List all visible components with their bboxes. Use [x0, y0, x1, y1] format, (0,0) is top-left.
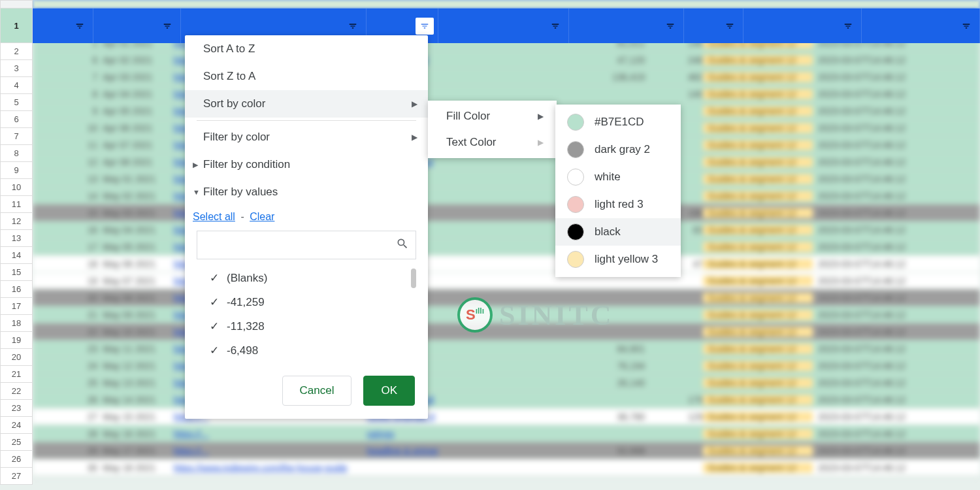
color-swatch-icon	[567, 196, 584, 213]
filter-icon[interactable]	[344, 18, 362, 35]
triangle-down-icon: ▼	[193, 188, 200, 196]
filter-by-values[interactable]: ▼ Filter by values	[185, 178, 428, 206]
filter-value-item[interactable]: ✓(Blanks)	[197, 266, 416, 290]
filter-icon[interactable]	[721, 18, 739, 35]
watermark: Sıllı SINITC	[457, 297, 614, 333]
fill-color-option[interactable]: #B7E1CD	[555, 108, 681, 136]
column-header-row	[33, 8, 980, 43]
row-number[interactable]: 22	[0, 383, 33, 400]
filter-value-item[interactable]: ✓-41,259	[197, 290, 416, 314]
fill-color-submenu: #B7E1CDdark gray 2whitelight red 3blackl…	[555, 105, 681, 277]
row-number[interactable]: 2	[0, 43, 33, 60]
scrollbar-thumb[interactable]	[411, 269, 416, 288]
row-number[interactable]: 24	[0, 417, 33, 434]
filter-value-item[interactable]: ✓-6,498	[197, 338, 416, 363]
row-number[interactable]: 7	[0, 128, 33, 145]
row-number[interactable]: 27	[0, 468, 33, 485]
filter-value-item[interactable]: ✓-11,328	[197, 314, 416, 338]
fill-color-item[interactable]: Fill Color ▶	[428, 103, 557, 129]
filter-search-box	[197, 231, 416, 259]
filter-icon[interactable]	[71, 18, 89, 35]
menu-divider	[197, 120, 416, 121]
cancel-button[interactable]: Cancel	[282, 376, 352, 406]
row-number[interactable]: 16	[0, 281, 33, 298]
check-icon: ✓	[210, 344, 227, 357]
row-number[interactable]: 18	[0, 315, 33, 332]
filter-by-condition[interactable]: ▶ Filter by condition	[185, 151, 428, 178]
row-number[interactable]: 3	[0, 60, 33, 77]
row-number[interactable]: 10	[0, 179, 33, 196]
row-number[interactable]: 8	[0, 145, 33, 162]
row-number[interactable]: 1	[0, 8, 33, 43]
row-number[interactable]: 23	[0, 400, 33, 417]
color-swatch-icon	[567, 169, 584, 186]
sheet-body-blurred: 1Apr 01 2021https://...81,011146Guides &…	[33, 0, 980, 490]
column-header[interactable]	[569, 8, 684, 43]
row-number[interactable]: 14	[0, 247, 33, 264]
row-number[interactable]: 5	[0, 94, 33, 111]
chevron-right-icon: ▶	[538, 112, 544, 121]
row-number[interactable]: 17	[0, 298, 33, 315]
filter-by-color[interactable]: Filter by color ▶	[185, 123, 428, 151]
row-number[interactable]: 21	[0, 366, 33, 383]
row-number-gutter: 1234567891011121314151617181920212223242…	[0, 0, 33, 485]
column-header[interactable]	[93, 8, 180, 43]
check-icon: ✓	[210, 319, 227, 333]
sort-a-to-z[interactable]: Sort A to Z	[185, 35, 428, 63]
chevron-right-icon: ▶	[412, 133, 417, 142]
row-number[interactable]: 11	[0, 196, 33, 213]
watermark-logo-icon: Sıllı	[457, 297, 493, 333]
color-swatch-icon	[567, 251, 584, 268]
sort-by-color-submenu: Fill Color ▶ Text Color ▶	[428, 101, 557, 158]
row-number[interactable]: 4	[0, 77, 33, 94]
row-number[interactable]: 19	[0, 332, 33, 349]
fill-color-option[interactable]: light yellow 3	[555, 246, 681, 273]
clear-link[interactable]: Clear	[250, 211, 274, 222]
row-number[interactable]: 26	[0, 451, 33, 468]
sheet-top-stripe	[33, 0, 980, 8]
ok-button[interactable]: OK	[363, 376, 415, 406]
row-number[interactable]: 9	[0, 162, 33, 179]
row-number[interactable]: 13	[0, 230, 33, 247]
row-number[interactable]: 6	[0, 111, 33, 128]
column-header[interactable]	[684, 8, 743, 43]
chevron-right-icon: ▶	[538, 138, 544, 147]
color-swatch-icon	[567, 223, 584, 240]
filter-search-input[interactable]	[204, 239, 396, 251]
row-number[interactable]: 25	[0, 434, 33, 451]
select-all-link[interactable]: Select all	[193, 211, 235, 222]
fill-color-option[interactable]: black	[555, 218, 681, 246]
filter-icon[interactable]	[839, 18, 857, 35]
filter-icon[interactable]	[546, 18, 564, 35]
color-swatch-icon	[567, 141, 584, 158]
fill-color-option[interactable]: white	[555, 163, 681, 191]
fill-color-option[interactable]: light red 3	[555, 191, 681, 218]
filter-icon[interactable]	[416, 18, 434, 35]
sort-z-to-a[interactable]: Sort Z to A	[185, 63, 428, 90]
filter-values-list: ✓(Blanks)✓-41,259✓-11,328✓-6,498	[197, 266, 416, 363]
filter-value-links: Select all - Clear	[185, 206, 428, 231]
column-header[interactable]	[438, 8, 569, 43]
row-number[interactable]: 12	[0, 213, 33, 230]
column-header[interactable]	[862, 8, 980, 43]
fill-color-option[interactable]: dark gray 2	[555, 136, 681, 163]
check-icon: ✓	[210, 271, 227, 285]
search-icon	[396, 237, 409, 253]
text-color-item[interactable]: Text Color ▶	[428, 129, 557, 155]
sort-by-color[interactable]: Sort by color ▶	[185, 90, 428, 118]
filter-icon[interactable]	[158, 18, 176, 35]
color-label: light red 3	[595, 198, 644, 211]
color-label: #B7E1CD	[595, 116, 644, 129]
color-label: white	[595, 171, 621, 184]
column-header[interactable]	[743, 8, 862, 43]
row-number[interactable]: 15	[0, 264, 33, 281]
color-swatch-icon	[567, 114, 584, 131]
filter-icon[interactable]	[957, 18, 975, 35]
color-label: dark gray 2	[595, 143, 650, 156]
column-header[interactable]	[33, 8, 93, 43]
watermark-text: SINITC	[499, 299, 614, 332]
filter-icon[interactable]	[661, 18, 679, 35]
color-label: light yellow 3	[595, 253, 658, 266]
row-number[interactable]: 20	[0, 349, 33, 366]
triangle-right-icon: ▶	[193, 161, 198, 169]
